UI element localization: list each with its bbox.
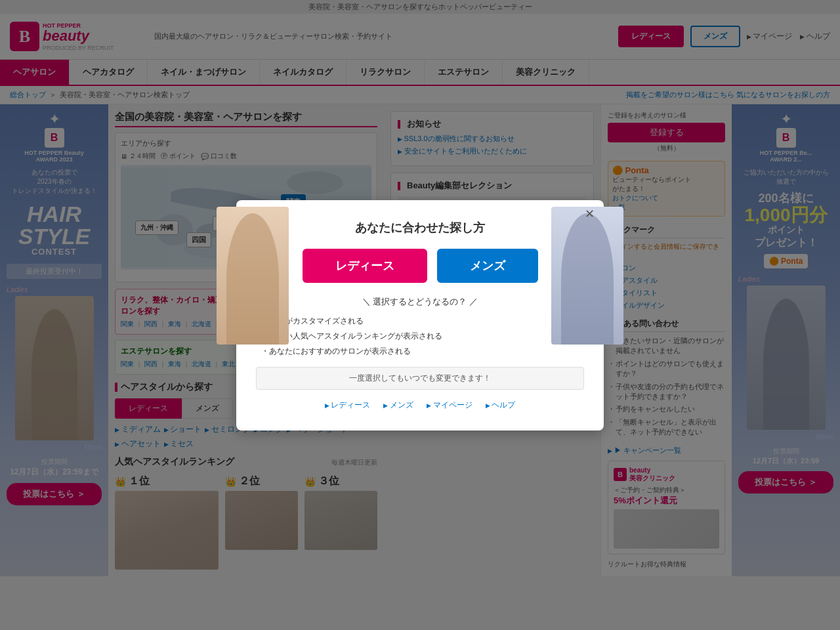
modal-gender-buttons: レディース メンズ — [256, 249, 584, 283]
modal-question: ＼ 選択するとどうなるの？ ／ — [256, 296, 584, 308]
modal-overlay[interactable]: ✕ あなたに合わせた探し方 レディース メンズ ＼ 選択するとどうなるの？ ／ … — [0, 0, 840, 576]
modal-benefits-list: 特集がカスタマイズされる 見たい人気ヘアスタイルランキングが表示される あなたに… — [256, 316, 584, 357]
modal-title: あなたに合わせた探し方 — [256, 220, 584, 236]
modal-mens-button[interactable]: メンズ — [437, 249, 538, 283]
modal-benefit-1: 特集がカスタマイズされる — [269, 316, 584, 327]
modal-ladies-link[interactable]: レディース — [325, 400, 371, 411]
modal-dialog: ✕ あなたに合わせた探し方 レディース メンズ ＼ 選択するとどうなるの？ ／ … — [236, 200, 604, 430]
modal-person-right — [551, 207, 623, 345]
modal-mens-link[interactable]: メンズ — [383, 400, 413, 411]
modal-close-button[interactable]: ✕ — [585, 207, 595, 221]
modal-note: 一度選択してもいつでも変更できます！ — [256, 367, 584, 390]
modal-ladies-button[interactable]: レディース — [303, 249, 427, 283]
modal-benefit-3: あなたにおすすめのサロンが表示される — [269, 346, 584, 357]
modal-footer: レディース メンズ マイページ ヘルプ — [256, 400, 584, 411]
modal-benefit-2: 見たい人気ヘアスタイルランキングが表示される — [269, 331, 584, 342]
modal-person-left — [217, 207, 289, 345]
modal-help-link[interactable]: ヘルプ — [486, 400, 516, 411]
modal-mypage-link[interactable]: マイページ — [427, 400, 472, 411]
